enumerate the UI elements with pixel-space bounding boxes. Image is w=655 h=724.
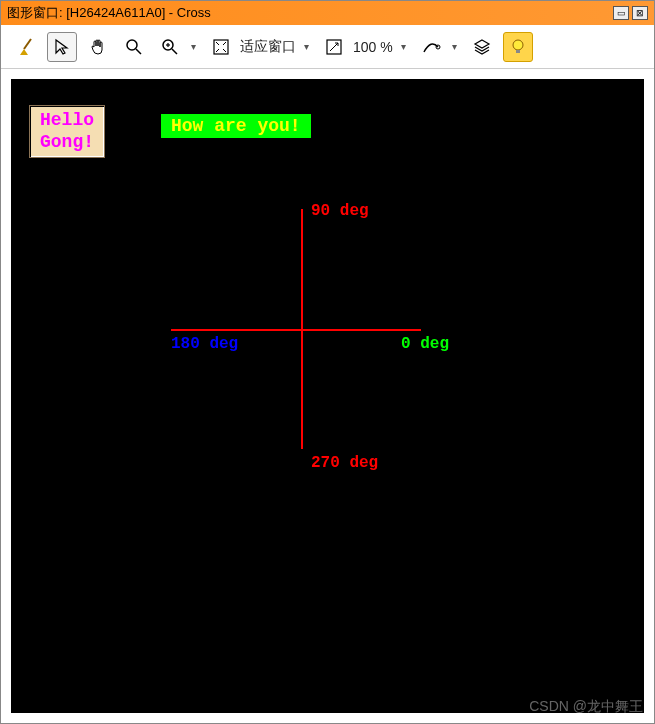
minimize-button[interactable]: ▭	[613, 6, 629, 20]
zoom-scale-button[interactable]	[319, 32, 349, 62]
hello-text-box: Hello Gong!	[29, 105, 105, 158]
howare-text-box: How are you!	[161, 114, 311, 138]
label-0-deg: 0 deg	[401, 335, 449, 353]
zoom-in-button[interactable]	[155, 32, 185, 62]
label-270-deg: 270 deg	[311, 454, 378, 472]
svg-line-2	[136, 49, 141, 54]
zoom-in-group: ▾	[155, 32, 200, 62]
curve-icon	[421, 37, 441, 57]
fit-window-label: 适应窗口	[238, 38, 298, 56]
zoom-button[interactable]	[119, 32, 149, 62]
clear-button[interactable]	[11, 32, 41, 62]
svg-line-0	[24, 39, 31, 49]
toolbar: ▾ 适应窗口 ▾ 100 % ▾	[1, 25, 654, 69]
lightbulb-icon	[509, 38, 527, 56]
fit-window-button[interactable]	[206, 32, 236, 62]
cross-horizontal	[171, 329, 421, 331]
cursor-icon	[53, 38, 71, 56]
close-button[interactable]: ⊠	[632, 6, 648, 20]
window-title: 图形窗口: [H26424A611A0] - Cross	[7, 4, 610, 22]
magnifier-icon	[125, 38, 143, 56]
graphics-window: 图形窗口: [H26424A611A0] - Cross ▭ ⊠	[0, 0, 655, 724]
title-bar: 图形窗口: [H26424A611A0] - Cross ▭ ⊠	[1, 1, 654, 25]
fit-window-dropdown[interactable]: ▾	[300, 41, 313, 52]
hand-icon	[88, 37, 108, 57]
fit-window-icon	[212, 38, 230, 56]
svg-point-10	[513, 40, 523, 50]
graphics-canvas[interactable]: Hello Gong! How are you! 0 deg 90 deg 18…	[11, 79, 644, 713]
pointer-button[interactable]	[47, 32, 77, 62]
lightbulb-button[interactable]	[503, 32, 533, 62]
svg-rect-11	[516, 50, 520, 53]
label-90-deg: 90 deg	[311, 202, 369, 220]
zoom-value-dropdown[interactable]: ▾	[397, 41, 410, 52]
canvas-area: Hello Gong! How are you! 0 deg 90 deg 18…	[1, 69, 654, 723]
svg-point-1	[127, 40, 137, 50]
zoom-in-dropdown[interactable]: ▾	[187, 41, 200, 52]
layers-button[interactable]	[467, 32, 497, 62]
magnifier-plus-icon	[161, 38, 179, 56]
curve-tool-dropdown[interactable]: ▾	[448, 41, 461, 52]
layers-icon	[472, 37, 492, 57]
cross-vertical	[301, 209, 303, 449]
curve-tool-group: ▾	[416, 32, 461, 62]
pan-button[interactable]	[83, 32, 113, 62]
zoom-value-group: 100 % ▾	[319, 32, 410, 62]
zoom-value: 100 %	[351, 39, 395, 55]
label-180-deg: 180 deg	[171, 335, 238, 353]
broom-icon	[16, 37, 36, 57]
curve-tool-button[interactable]	[416, 32, 446, 62]
scale-icon	[325, 38, 343, 56]
svg-line-6	[172, 49, 177, 54]
fit-window-group: 适应窗口 ▾	[206, 32, 313, 62]
